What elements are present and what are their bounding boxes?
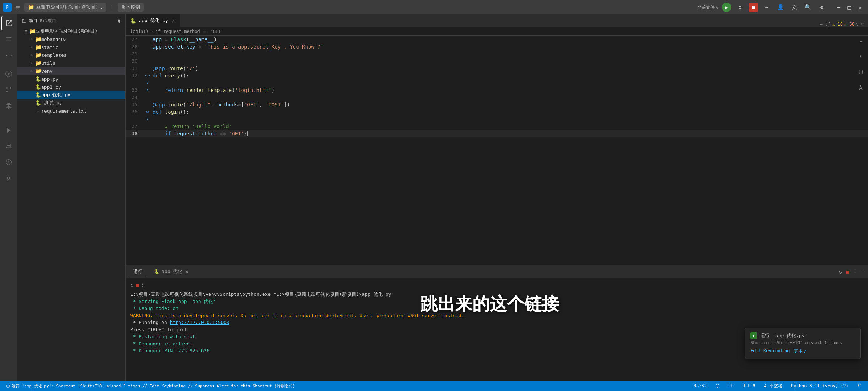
popup-more-btn[interactable]: 更多 ∨ [794,348,806,354]
popup-more-arrow: ∨ [803,349,806,354]
py-file-icon: 🐍 [35,100,41,106]
stop-panel-icon[interactable]: ■ [845,268,850,276]
status-position[interactable]: 38:32 [692,383,709,388]
tree-item-app1-py[interactable]: 🐍 app1.py [17,83,125,91]
warning-count: ⚠ 10 [832,22,843,27]
bell-icon [857,383,862,388]
app-logo: P [3,3,12,12]
svg-point-11 [826,22,830,26]
maximize-button[interactable]: □ [844,2,854,12]
activity-run[interactable] [1,67,16,81]
breadcrumb-method[interactable]: if request.method == 'GET' [156,29,224,34]
code-line-28: 28 app.secret_key = 'This is a app.secre… [126,43,868,50]
tab-app-optimized[interactable]: 🐍 app_优化.py ✕ [126,14,180,27]
status-indicator-icon [715,384,720,388]
gear-icon[interactable]: ⚙ [817,2,827,12]
more-options-icon[interactable]: ⋯ [762,2,772,12]
search-icon[interactable]: 🔍 [803,2,813,12]
status-run-info[interactable]: 运行 'app_优化.py': Shortcut 'Shift+F10' mis… [4,383,297,389]
code-editor[interactable]: 27 app = Flask(__name__) 28 app.secret_k… [126,36,868,265]
code-line-37: 37 # return 'Hello World' [126,123,868,130]
popup-run-badge: ▶ [750,332,757,339]
status-eol[interactable]: LF [726,383,736,388]
reload-icon[interactable]: ↻ [838,268,843,276]
tree-item-app-optimized[interactable]: 🐍 app_优化.py [17,91,125,99]
panel-tab-close[interactable]: ✕ [184,269,189,274]
app-py-label: app.py [41,76,125,82]
tree-item-utils[interactable]: › 📁 utils [17,59,125,67]
translate-icon[interactable]: 文 [789,2,799,12]
popup-actions: Edit Keybinding 更多 ∨ [750,348,855,354]
popup-notification: ▶ 运行 'app_优化.py' Shortcut 'Shift+F10' mi… [745,328,861,359]
tree-root-project[interactable]: ∨ 📁 豆瓣电影可视化项目(新项目) [17,27,125,35]
breadcrumb-login[interactable]: login() [130,29,149,34]
profile-icon[interactable]: 👤 [775,2,786,12]
py-file-icon: 🐍 [35,92,41,98]
term-stop-icon[interactable]: ■ [136,281,139,289]
svg-marker-5 [7,128,11,133]
tree-item-venv[interactable]: › 📁 venv [17,67,125,75]
version-control-btn[interactable]: 版本控制 [118,3,144,12]
code-line-31: 31 @app.route('/') [126,65,868,72]
tree-item-app-py[interactable]: 🐍 app.py [17,75,125,83]
popup-title-row: ▶ 运行 'app_优化.py' [750,332,855,339]
error-count: ⚡ 66 [844,22,855,27]
folder-icon: 📁 [35,36,41,42]
status-spaces[interactable]: 4 个空格 [762,383,784,389]
panel-tab-run[interactable]: 运行 [129,266,147,277]
stop-button[interactable]: ■ [749,3,758,12]
activity-explorer[interactable] [1,16,16,30]
minimize-button[interactable]: ─ [833,2,843,12]
tree-item-moban[interactable]: › 📁 moban4402 [17,35,125,43]
project-name: 豆瓣电影可视化项目(新项目) [36,4,98,10]
popup-edit-link[interactable]: Edit Keybinding [750,348,790,354]
activity-git-2[interactable] [1,171,16,185]
code-line-29: 29 [126,50,868,58]
term-prompt-icon[interactable]: ; [141,281,145,289]
folder-arrow: › [29,61,35,65]
sidebar: 项目 E:\项目 ∨ ∨ 📁 豆瓣电影可视化项目(新项目) › 📁 moban4… [17,14,126,381]
tab-close-button[interactable]: ✕ [171,18,176,24]
py-file-icon: 🐍 [35,84,41,90]
term-url-link[interactable]: http://127.0.0.1:5000 [170,320,229,325]
status-run-text: 运行 'app_优化.py': Shortcut 'Shift+F10' mis… [12,383,295,389]
menu-icon[interactable]: ≡ [14,2,21,13]
panel-minimize-icon[interactable]: ─ [860,268,865,276]
status-spaces-text: 4 个空格 [764,383,782,389]
root-label: E:\项目 [40,18,56,24]
breadcrumb: login() › if request.method == 'GET' [126,27,868,36]
tree-item-ctest[interactable]: 🐍 c测试.py [17,99,125,107]
sidebar-collapse-icon[interactable]: ∨ [117,17,121,24]
activity-search[interactable] [1,32,16,46]
folder-arrow: › [29,37,35,41]
activity-more[interactable]: ··· [1,48,16,62]
project-selector[interactable]: 📁 豆瓣电影可视化项目(新项目) ∨ [24,3,106,12]
panel-tab-app[interactable]: 🐍 app_优化 ✕ [150,266,194,277]
term-restart-icon[interactable]: ↻ [130,281,134,289]
settings-icon[interactable]: ⚙ [735,2,745,12]
activity-git[interactable] [1,83,16,97]
status-encoding[interactable]: UTF-8 [740,383,757,388]
tab-py-small-icon: 🐍 [154,269,159,274]
tree-item-static[interactable]: › 📁 static [17,43,125,51]
app1-py-label: app1.py [41,84,125,90]
activity-layers[interactable] [1,98,16,113]
panel-more-icon[interactable]: ⋯ [852,268,858,276]
panel-tab-bar: 运行 🐍 app_优化 ✕ ↻ ■ ⋯ ─ [126,265,868,278]
status-notifications[interactable] [855,383,864,388]
tab-more-icon[interactable]: ⋯ [820,21,823,27]
run-button[interactable]: ▶ [722,3,731,12]
status-warnings-errors[interactable] [713,384,722,388]
activity-print[interactable] [1,139,16,154]
term-serving: * Serving Flask app 'app_优化' [130,298,864,305]
status-language[interactable]: Python 3.11 (venv) (2) [789,383,851,388]
close-button[interactable]: ✕ [855,2,865,12]
code-line-32: 32 <> ∨ def every(): [126,72,868,87]
svg-point-2 [6,91,8,92]
tree-item-requirements[interactable]: ≡ requirements.txt [17,107,125,115]
activity-clock[interactable] [1,155,16,169]
project-folder-label: 豆瓣电影可视化项目(新项目) [35,28,125,34]
panel-area: 运行 🐍 app_优化 ✕ ↻ ■ ⋯ ─ [126,265,868,381]
tree-item-templates[interactable]: › 📁 templates [17,51,125,59]
activity-run-debug[interactable] [1,123,16,138]
